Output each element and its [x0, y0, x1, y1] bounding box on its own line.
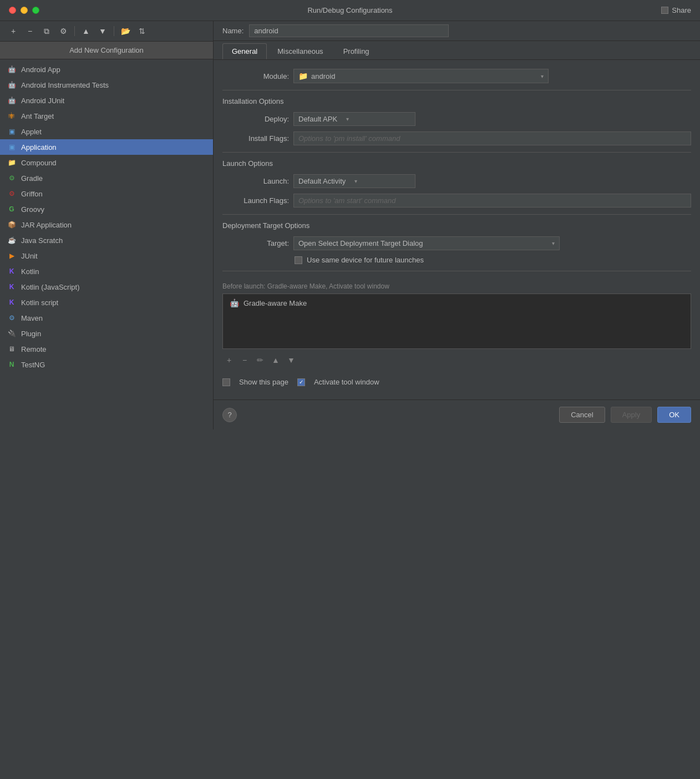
kotlin-script-icon: K: [7, 297, 17, 307]
minimize-button[interactable]: [21, 7, 28, 14]
divider-3: [222, 214, 691, 215]
sidebar-item-android-junit[interactable]: 🤖 Android JUnit: [0, 93, 213, 108]
launch-row: Launch: Default Activity ▾: [222, 174, 691, 188]
sidebar-item-label: Android Instrumented Tests: [21, 81, 109, 89]
sidebar-item-label: Groovy: [21, 205, 44, 214]
divider-1: [222, 90, 691, 90]
plugin-icon: 🔌: [7, 328, 17, 338]
target-label: Target:: [222, 239, 289, 247]
install-flags-label: Install Flags:: [222, 134, 289, 143]
sidebar-item-label: Java Scratch: [21, 236, 63, 245]
tab-general[interactable]: General: [222, 43, 267, 59]
sidebar-header: Add New Configuration: [0, 42, 213, 59]
help-button[interactable]: ?: [222, 408, 237, 422]
activate-window-label: Activate tool window: [314, 378, 379, 386]
sidebar-item-ant-target[interactable]: 🕷 Ant Target: [0, 108, 213, 124]
share-area: Share: [661, 6, 691, 14]
sidebar-item-gradle[interactable]: ⚙ Gradle: [0, 170, 213, 186]
remove-config-button[interactable]: −: [23, 24, 37, 38]
sidebar-item-applet[interactable]: ▣ Applet: [0, 124, 213, 139]
applet-icon: ▣: [7, 127, 17, 136]
sidebar-item-label: Gradle: [21, 174, 43, 183]
deploy-select[interactable]: Default APK ▾: [293, 112, 415, 126]
sidebar-item-label: TestNG: [21, 361, 45, 369]
sidebar-item-android-instrumented[interactable]: 🤖 Android Instrumented Tests: [0, 77, 213, 93]
install-flags-input[interactable]: [293, 131, 691, 145]
launch-remove-button[interactable]: −: [238, 353, 251, 367]
activate-window-checkbox[interactable]: [297, 378, 305, 386]
show-page-label: Show this page: [239, 378, 288, 386]
ok-button[interactable]: OK: [657, 407, 691, 423]
launch-add-button[interactable]: +: [222, 353, 236, 367]
right-panel: Name: General Miscellaneous Profiling Mo…: [214, 21, 700, 429]
launch-edit-button[interactable]: ✏: [253, 353, 267, 367]
module-select[interactable]: 📁 android ▾: [293, 69, 549, 83]
maven-icon: ⚙: [7, 313, 17, 323]
deploy-label: Deploy:: [222, 115, 289, 123]
module-arrow-icon: ▾: [541, 73, 544, 79]
sidebar-item-plugin[interactable]: 🔌 Plugin: [0, 326, 213, 341]
cancel-button[interactable]: Cancel: [559, 407, 605, 423]
sidebar-item-griffon[interactable]: ⚙ Griffon: [0, 186, 213, 201]
sidebar-item-application[interactable]: ▣ Application: [0, 139, 213, 155]
gradle-android-icon: 🤖: [230, 299, 239, 307]
sidebar-item-maven[interactable]: ⚙ Maven: [0, 310, 213, 326]
before-launch-item-label: Gradle-aware Make: [244, 299, 307, 307]
show-page-checkbox[interactable]: [222, 378, 230, 386]
target-select[interactable]: Open Select Deployment Target Dialog ▾: [293, 236, 560, 250]
sidebar-item-kotlin-script[interactable]: K Kotlin script: [0, 295, 213, 310]
launch-flags-input[interactable]: [293, 194, 691, 208]
sidebar-item-label: Plugin: [21, 330, 41, 338]
installation-options-label: Installation Options: [222, 97, 691, 105]
before-launch-label: Before launch: Gradle-aware Make, Activa…: [222, 278, 691, 290]
tab-profiling[interactable]: Profiling: [334, 43, 379, 59]
sidebar-item-label: Android JUnit: [21, 97, 64, 105]
sidebar-item-kotlin-js[interactable]: K Kotlin (JavaScript): [0, 279, 213, 295]
add-config-button[interactable]: +: [7, 24, 20, 38]
android-app-icon: 🤖: [7, 64, 17, 74]
application-icon: ▣: [7, 142, 17, 152]
sidebar-item-label: Applet: [21, 128, 42, 136]
folder-button[interactable]: 📂: [119, 24, 132, 38]
sort-button[interactable]: ⇅: [135, 24, 149, 38]
apply-button[interactable]: Apply: [611, 407, 652, 423]
deploy-row: Deploy: Default APK ▾: [222, 112, 691, 126]
launch-label: Launch:: [222, 177, 289, 185]
launch-value: Default Activity: [298, 177, 346, 185]
move-up-button[interactable]: ▲: [79, 24, 93, 38]
same-device-label: Use same device for future launches: [307, 256, 424, 264]
deploy-value: Default APK: [298, 115, 337, 123]
sidebar-item-testng[interactable]: N TestNG: [0, 357, 213, 372]
show-page-row: Show this page Activate tool window: [222, 373, 691, 391]
sidebar-toolbar: + − ⧉ ⚙ ▲ ▼ 📂 ⇅: [0, 21, 213, 42]
kotlin-icon: K: [7, 266, 17, 276]
maximize-button[interactable]: [32, 7, 39, 14]
sidebar-item-jar-application[interactable]: 📦 JAR Application: [0, 217, 213, 232]
sidebar-item-compound[interactable]: 📁 Compound: [0, 155, 213, 170]
java-scratch-icon: ☕: [7, 235, 17, 245]
sidebar-item-java-scratch[interactable]: ☕ Java Scratch: [0, 232, 213, 248]
module-folder-icon: 📁: [298, 72, 308, 80]
copy-config-button[interactable]: ⧉: [40, 24, 53, 38]
sidebar-item-groovy[interactable]: G Groovy: [0, 201, 213, 217]
sidebar-item-junit[interactable]: ▶ JUnit: [0, 248, 213, 264]
same-device-checkbox[interactable]: [295, 256, 302, 264]
launch-flags-label: Launch Flags:: [222, 196, 289, 205]
sidebar-item-label: Kotlin script: [21, 299, 58, 307]
sidebar-item-label: Kotlin (JavaScript): [21, 283, 79, 291]
launch-select[interactable]: Default Activity ▾: [293, 174, 415, 188]
tab-miscellaneous[interactable]: Miscellaneous: [268, 43, 332, 59]
sidebar-item-kotlin[interactable]: K Kotlin: [0, 264, 213, 279]
close-button[interactable]: [9, 7, 16, 14]
gear-button[interactable]: ⚙: [57, 24, 70, 38]
sidebar-item-remote[interactable]: 🖥 Remote: [0, 341, 213, 357]
share-checkbox[interactable]: [661, 7, 668, 14]
module-label: Module:: [222, 72, 289, 80]
launch-up-button[interactable]: ▲: [269, 353, 282, 367]
name-input[interactable]: [249, 24, 449, 37]
window: Run/Debug Configurations Share + − ⧉ ⚙ ▲…: [0, 0, 700, 429]
install-flags-row: Install Flags:: [222, 131, 691, 145]
launch-down-button[interactable]: ▼: [285, 353, 298, 367]
move-down-button[interactable]: ▼: [96, 24, 109, 38]
sidebar-item-android-app[interactable]: 🤖 Android App: [0, 62, 213, 77]
